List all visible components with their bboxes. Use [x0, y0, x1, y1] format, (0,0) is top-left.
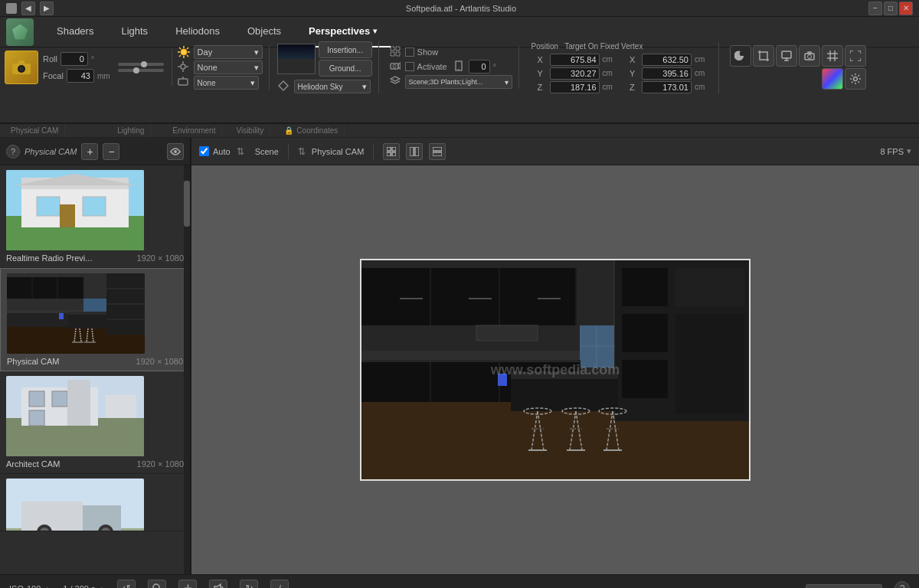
- lighting-icon3: [177, 76, 191, 90]
- z-pos-row: Z cm: [538, 81, 613, 93]
- cam-thumbnail: [6, 376, 144, 456]
- list-item[interactable]: Physical CAM 1920 × 1080: [0, 268, 190, 371]
- redo-btn[interactable]: ↻: [240, 580, 258, 589]
- grid-view-btn[interactable]: [383, 143, 400, 160]
- svg-rect-69: [68, 312, 106, 315]
- back-btn[interactable]: ◀: [21, 2, 35, 15]
- forward-btn[interactable]: ▶: [40, 2, 54, 15]
- monitor-btn[interactable]: [776, 45, 797, 67]
- tab-shaders[interactable]: Shaders: [43, 17, 107, 47]
- heliodon-icon: [277, 80, 291, 93]
- roll-slider[interactable]: [118, 63, 164, 66]
- sound-btn[interactable]: [209, 580, 227, 589]
- none-dropdown[interactable]: None ▾: [194, 60, 263, 74]
- show-checkbox[interactable]: [405, 47, 414, 57]
- sun-icon: [177, 45, 191, 59]
- activate-checkbox[interactable]: [405, 62, 414, 71]
- activate-value-input[interactable]: [469, 60, 490, 74]
- z-target-input[interactable]: [642, 81, 692, 93]
- camera-btn[interactable]: [799, 45, 820, 67]
- y-target-input[interactable]: [642, 67, 692, 80]
- svg-rect-57: [7, 277, 83, 299]
- undo-btn[interactable]: ↺: [117, 580, 136, 589]
- svg-rect-76: [59, 313, 64, 319]
- svg-rect-82: [29, 410, 44, 426]
- minimize-btn[interactable]: −: [868, 2, 882, 15]
- cam-button[interactable]: [5, 51, 38, 84]
- auto-checkbox[interactable]: [199, 146, 209, 156]
- close-btn[interactable]: ✕: [899, 2, 913, 15]
- x-target-unit: cm: [695, 55, 705, 64]
- svg-rect-95: [387, 152, 391, 156]
- svg-line-12: [187, 47, 188, 49]
- ground-btn[interactable]: Ground...: [319, 60, 372, 77]
- list-item[interactable]: Realtime Radio Previ... 1920 × 1080: [0, 165, 190, 268]
- y-pos-input[interactable]: [550, 67, 600, 80]
- maximize-btn[interactable]: □: [884, 2, 898, 15]
- grid-view-btn2[interactable]: [406, 143, 423, 160]
- moon-btn[interactable]: [730, 45, 751, 67]
- svg-point-147: [153, 584, 159, 588]
- none-dropdown2[interactable]: None ▾: [194, 76, 259, 90]
- cam-thumbnail: [6, 479, 144, 531]
- target-col: X cm Y cm Z cm: [623, 54, 711, 93]
- roll-input[interactable]: [61, 52, 88, 66]
- app-logo: [6, 18, 34, 46]
- show-row: Show: [390, 46, 512, 58]
- x-pos-input[interactable]: [550, 54, 600, 66]
- insertion-btn[interactable]: Insertion...: [319, 41, 372, 58]
- svg-rect-98: [415, 147, 419, 156]
- scrollbar-thumb[interactable]: [184, 181, 190, 227]
- svg-rect-87: [21, 501, 83, 531]
- x-target-input[interactable]: [642, 54, 692, 66]
- move-btn[interactable]: ✛: [178, 580, 197, 589]
- svg-rect-94: [392, 147, 396, 151]
- remove-cam-btn[interactable]: −: [103, 143, 119, 160]
- focal-slider[interactable]: [118, 69, 164, 72]
- y-pos-row: Y cm: [538, 67, 613, 80]
- toolbar-row1: Roll ° Focal mm: [5, 49, 914, 86]
- add-cam-btn[interactable]: +: [81, 143, 98, 160]
- crop2-btn[interactable]: [822, 45, 843, 67]
- list-item[interactable]: [0, 474, 190, 531]
- scene-dropdown[interactable]: Scene;3D Plants;Light... ▾: [405, 75, 512, 89]
- separator1: [288, 144, 289, 159]
- svg-point-27: [458, 69, 460, 70]
- info-btn[interactable]: i: [270, 580, 289, 589]
- panel-scrollbar[interactable]: [184, 165, 190, 574]
- list-item[interactable]: Architect CAM 1920 × 1080: [0, 371, 190, 474]
- search-btn[interactable]: [148, 580, 166, 589]
- svg-rect-20: [391, 47, 394, 51]
- z-pos-input[interactable]: [550, 81, 600, 93]
- layers-icon: [390, 76, 402, 88]
- crop-btn[interactable]: [753, 45, 774, 67]
- physical-cam-sort: ⇅: [298, 146, 306, 157]
- svg-rect-146: [361, 260, 751, 481]
- cam-name: Realtime Radio Previ...: [6, 253, 93, 263]
- shutter-arrow[interactable]: ▲: [98, 585, 105, 589]
- tab-heliodons[interactable]: Heliodons: [162, 17, 234, 47]
- fps-dropdown-btn[interactable]: ▾: [907, 146, 911, 156]
- iso-arrow[interactable]: ▲: [44, 585, 51, 589]
- panel-help-btn[interactable]: ?: [6, 145, 20, 158]
- svg-rect-83: [67, 380, 90, 426]
- svg-line-9: [179, 47, 181, 49]
- title-bar-controls: − □ ✕: [868, 2, 913, 15]
- heliodon-sky-dropdown[interactable]: Heliodon Sky ▾: [294, 80, 371, 93]
- split-view-btn[interactable]: [429, 143, 446, 160]
- show-label: Show: [417, 47, 439, 57]
- app-icon: [6, 3, 17, 14]
- settings-btn[interactable]: [845, 68, 866, 90]
- visibility-section: Show Activate: [390, 46, 519, 89]
- roll-unit: °: [91, 55, 94, 64]
- svg-rect-96: [392, 152, 396, 156]
- coordinates-section: Position Target On Fixed Vertex X cm Y c…: [531, 42, 720, 93]
- help-btn[interactable]: ?: [894, 581, 910, 589]
- fullscreen-btn[interactable]: [845, 45, 866, 67]
- visibility-toggle-btn[interactable]: [167, 143, 184, 160]
- day-dropdown[interactable]: Day ▾: [194, 45, 263, 59]
- color-btn[interactable]: [822, 68, 843, 90]
- focal-input[interactable]: [67, 69, 94, 83]
- tab-lights[interactable]: Lights: [107, 17, 162, 47]
- progress-bar: [806, 584, 882, 589]
